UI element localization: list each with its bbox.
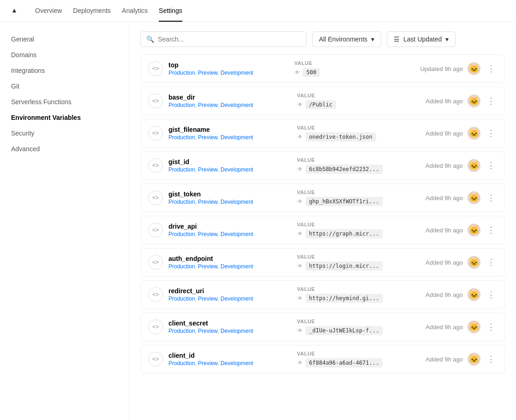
table-row: <> redirect_uri Production, Preview, Dev… bbox=[140, 280, 505, 309]
value-label: VALUE bbox=[297, 222, 420, 227]
nav-deployments[interactable]: Deployments bbox=[73, 0, 111, 22]
env-scopes: Production, Preview, Development bbox=[168, 296, 292, 302]
env-info: redirect_uri Production, Preview, Develo… bbox=[168, 287, 292, 302]
env-meta: Added 9h ago 🐱 ⋮ bbox=[426, 353, 497, 366]
sidebar-item-general[interactable]: General bbox=[0, 31, 129, 47]
expand-code-icon[interactable]: <> bbox=[148, 223, 163, 237]
sidebar-item-env-vars[interactable]: Environment Variables bbox=[0, 110, 129, 125]
env-timestamp: Added 9h ago bbox=[426, 162, 463, 169]
sidebar-item-integrations[interactable]: Integrations bbox=[0, 63, 129, 78]
expand-code-icon[interactable]: <> bbox=[148, 61, 163, 76]
sidebar-item-security[interactable]: Security bbox=[0, 125, 129, 141]
env-meta: Updated 9h ago 🐱 ⋮ bbox=[420, 62, 497, 75]
sidebar-item-domains[interactable]: Domains bbox=[0, 47, 129, 63]
expand-code-icon[interactable]: <> bbox=[148, 255, 163, 270]
scope-label: Production bbox=[168, 134, 195, 141]
expand-code-icon[interactable]: <> bbox=[148, 158, 163, 173]
env-var-value: 6f884a96-a6ad-4671... bbox=[306, 358, 383, 367]
avatar: 🐱 bbox=[468, 159, 480, 172]
toolbar: 🔍 All Environments ▾ ☰ Last Updated ▾ bbox=[140, 31, 505, 47]
scope-label: Development bbox=[221, 263, 253, 270]
more-options-button[interactable]: ⋮ bbox=[485, 353, 497, 365]
more-options-button[interactable]: ⋮ bbox=[485, 289, 497, 301]
env-filter-button[interactable]: All Environments ▾ bbox=[312, 31, 381, 47]
table-row: <> gist_token Production, Preview, Devel… bbox=[140, 183, 505, 212]
scope-label: Preview bbox=[198, 296, 217, 302]
hide-value-icon[interactable]: 👁 bbox=[297, 134, 303, 140]
table-row: <> client_secret Production, Preview, De… bbox=[140, 313, 505, 341]
scope-label: Production bbox=[168, 70, 195, 76]
expand-code-icon[interactable]: <> bbox=[148, 319, 163, 334]
scope-label: Preview bbox=[198, 70, 217, 76]
hide-value-icon[interactable]: 👁 bbox=[297, 360, 303, 366]
more-options-button[interactable]: ⋮ bbox=[485, 63, 497, 75]
scope-label: Preview bbox=[198, 102, 217, 108]
expand-code-icon[interactable]: <> bbox=[148, 190, 163, 205]
hide-value-icon[interactable]: 👁 bbox=[297, 101, 303, 108]
sidebar: General Domains Integrations Git Serverl… bbox=[0, 22, 129, 420]
env-timestamp: Added 9h ago bbox=[426, 356, 463, 363]
more-options-button[interactable]: ⋮ bbox=[485, 256, 497, 268]
env-timestamp: Added 9h ago bbox=[426, 130, 463, 137]
scope-label: Development bbox=[221, 231, 253, 237]
expand-code-icon[interactable]: <> bbox=[148, 352, 163, 367]
env-var-name: gist_token bbox=[168, 190, 292, 198]
scope-label: Production bbox=[168, 360, 195, 367]
more-options-button[interactable]: ⋮ bbox=[485, 160, 497, 172]
expand-code-icon[interactable]: <> bbox=[148, 287, 163, 302]
more-options-button[interactable]: ⋮ bbox=[485, 192, 497, 204]
env-var-value: onedrive-token.json bbox=[306, 132, 376, 142]
more-options-button[interactable]: ⋮ bbox=[485, 95, 497, 107]
hide-value-icon[interactable]: 👁 bbox=[297, 198, 303, 205]
sort-button[interactable]: ☰ Last Updated ▾ bbox=[387, 31, 456, 47]
env-var-value: 6c8b58b942eefd2232... bbox=[306, 165, 383, 174]
table-row: <> base_dir Production, Preview, Develop… bbox=[140, 87, 505, 115]
scope-label: Development bbox=[221, 296, 253, 302]
env-meta: Added 9h ago 🐱 ⋮ bbox=[426, 320, 497, 333]
nav-overview[interactable]: Overview bbox=[35, 0, 62, 22]
scope-label: Preview bbox=[198, 166, 217, 173]
search-input[interactable] bbox=[158, 35, 300, 43]
nav-analytics[interactable]: Analytics bbox=[122, 0, 148, 22]
more-options-button[interactable]: ⋮ bbox=[485, 321, 497, 333]
env-var-name: redirect_uri bbox=[168, 287, 292, 295]
env-timestamp: Added 9h ago bbox=[426, 227, 463, 234]
env-timestamp: Added 9h ago bbox=[426, 324, 463, 331]
env-var-name: base_dir bbox=[168, 94, 292, 101]
env-meta: Added 9h ago 🐱 ⋮ bbox=[426, 95, 497, 107]
sort-chevron-icon: ▾ bbox=[445, 35, 449, 43]
expand-code-icon[interactable]: <> bbox=[148, 126, 163, 141]
scope-label: Development bbox=[221, 134, 253, 141]
scope-label: Development bbox=[221, 328, 253, 334]
avatar: 🐱 bbox=[468, 288, 480, 301]
hide-value-icon[interactable]: 👁 bbox=[297, 166, 303, 172]
env-var-name: drive_api bbox=[168, 223, 292, 230]
more-options-button[interactable]: ⋮ bbox=[485, 224, 497, 236]
env-var-value: _dIUe-uJtWE1kLsp-f... bbox=[306, 326, 383, 335]
env-info: gist_token Production, Preview, Developm… bbox=[168, 190, 292, 205]
value-content: 👁 https://graph.micr... bbox=[297, 229, 420, 238]
avatar: 🐱 bbox=[468, 224, 480, 237]
env-var-name: gist_id bbox=[168, 158, 292, 166]
scope-label: Production bbox=[168, 166, 195, 173]
value-content: 👁 6f884a96-a6ad-4671... bbox=[297, 358, 420, 367]
hide-value-icon[interactable]: 👁 bbox=[297, 263, 303, 269]
hide-value-icon[interactable]: 👁 bbox=[297, 231, 303, 237]
hide-value-icon[interactable]: 👁 bbox=[294, 69, 300, 76]
hide-value-icon[interactable]: 👁 bbox=[297, 295, 303, 302]
main-content: 🔍 All Environments ▾ ☰ Last Updated ▾ <>… bbox=[129, 22, 516, 420]
env-scopes: Production, Preview, Development bbox=[168, 134, 292, 141]
more-options-button[interactable]: ⋮ bbox=[485, 127, 497, 139]
sidebar-item-git[interactable]: Git bbox=[0, 78, 129, 94]
value-content: 👁 ghp_hBxXSXfWOTf1ri... bbox=[297, 197, 420, 206]
value-content: 👁 https://login.micr... bbox=[297, 261, 420, 271]
sidebar-item-serverless[interactable]: Serverless Functions bbox=[0, 94, 129, 110]
nav-settings[interactable]: Settings bbox=[159, 0, 182, 22]
sidebar-item-advanced[interactable]: Advanced bbox=[0, 141, 129, 157]
env-info: top Production, Preview, Development bbox=[168, 61, 289, 76]
env-scopes: Production, Preview, Development bbox=[168, 360, 292, 367]
expand-code-icon[interactable]: <> bbox=[148, 94, 163, 108]
scope-label: Preview bbox=[198, 231, 217, 237]
hide-value-icon[interactable]: 👁 bbox=[297, 327, 303, 334]
env-value-section: VALUE 👁 500 bbox=[294, 60, 415, 77]
